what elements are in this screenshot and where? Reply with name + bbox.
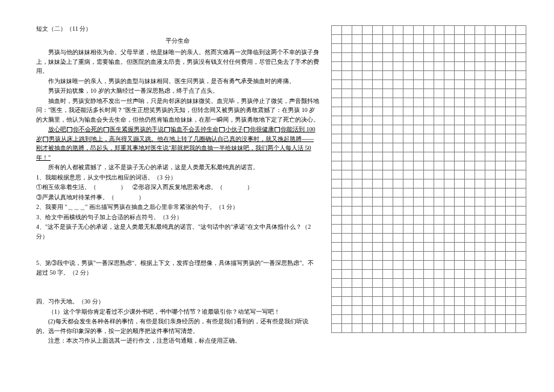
writing-cell[interactable]	[424, 125, 434, 134]
writing-cell[interactable]	[506, 270, 516, 279]
writing-cell[interactable]	[332, 234, 342, 243]
writing-cell[interactable]	[332, 261, 342, 270]
writing-cell[interactable]	[342, 80, 352, 89]
writing-cell[interactable]	[465, 216, 475, 225]
writing-cell[interactable]	[403, 216, 414, 225]
writing-cell[interactable]	[352, 306, 363, 315]
writing-cell[interactable]	[434, 35, 444, 44]
writing-cell[interactable]	[414, 98, 424, 107]
writing-cell[interactable]	[393, 152, 403, 161]
writing-cell[interactable]	[444, 98, 455, 107]
writing-cell[interactable]	[363, 98, 373, 107]
writing-cell[interactable]	[403, 71, 414, 80]
writing-cell[interactable]	[455, 252, 465, 261]
writing-cell[interactable]	[496, 35, 506, 44]
writing-cell[interactable]	[332, 324, 342, 333]
writing-cell[interactable]	[496, 107, 506, 116]
writing-cell[interactable]	[352, 261, 363, 270]
writing-cell[interactable]	[363, 279, 373, 288]
writing-cell[interactable]	[342, 26, 352, 35]
writing-cell[interactable]	[434, 243, 444, 252]
writing-cell[interactable]	[424, 324, 434, 333]
writing-cell[interactable]	[485, 288, 496, 297]
writing-cell[interactable]	[465, 252, 475, 261]
writing-cell[interactable]	[424, 306, 434, 315]
writing-cell[interactable]	[485, 207, 496, 216]
writing-cell[interactable]	[455, 279, 465, 288]
writing-cell[interactable]	[424, 179, 434, 188]
writing-cell[interactable]	[465, 315, 475, 324]
writing-cell[interactable]	[506, 188, 516, 198]
writing-cell[interactable]	[383, 26, 393, 35]
writing-cell[interactable]	[342, 179, 352, 188]
writing-cell[interactable]	[444, 35, 455, 44]
writing-cell[interactable]	[403, 26, 414, 35]
writing-cell[interactable]	[434, 198, 444, 207]
writing-cell[interactable]	[352, 270, 363, 279]
writing-cell[interactable]	[455, 98, 465, 107]
writing-cell[interactable]	[363, 80, 373, 89]
writing-cell[interactable]	[383, 35, 393, 44]
writing-cell[interactable]	[383, 188, 393, 198]
writing-cell[interactable]	[373, 225, 383, 234]
writing-cell[interactable]	[475, 198, 485, 207]
writing-cell[interactable]	[496, 62, 506, 71]
writing-cell[interactable]	[465, 35, 475, 44]
writing-cell[interactable]	[403, 306, 414, 315]
writing-cell[interactable]	[352, 225, 363, 234]
writing-cell[interactable]	[424, 279, 434, 288]
writing-cell[interactable]	[424, 261, 434, 270]
writing-cell[interactable]	[393, 44, 403, 53]
writing-cell[interactable]	[506, 315, 516, 324]
writing-cell[interactable]	[506, 279, 516, 288]
writing-cell[interactable]	[342, 125, 352, 134]
writing-cell[interactable]	[352, 216, 363, 225]
writing-cell[interactable]	[455, 143, 465, 152]
writing-cell[interactable]	[465, 225, 475, 234]
writing-cell[interactable]	[485, 71, 496, 80]
writing-cell[interactable]	[424, 252, 434, 261]
writing-cell[interactable]	[383, 98, 393, 107]
writing-cell[interactable]	[414, 270, 424, 279]
writing-cell[interactable]	[424, 26, 434, 35]
writing-cell[interactable]	[363, 288, 373, 297]
writing-cell[interactable]	[465, 306, 475, 315]
writing-cell[interactable]	[383, 270, 393, 279]
writing-cell[interactable]	[373, 297, 383, 306]
writing-cell[interactable]	[465, 71, 475, 80]
writing-cell[interactable]	[414, 252, 424, 261]
writing-cell[interactable]	[414, 35, 424, 44]
writing-cell[interactable]	[342, 207, 352, 216]
writing-cell[interactable]	[403, 152, 414, 161]
writing-cell[interactable]	[444, 324, 455, 333]
writing-cell[interactable]	[363, 62, 373, 71]
writing-cell[interactable]	[403, 315, 414, 324]
writing-cell[interactable]	[383, 71, 393, 80]
writing-cell[interactable]	[506, 116, 516, 125]
writing-cell[interactable]	[496, 207, 506, 216]
writing-cell[interactable]	[516, 152, 526, 161]
writing-cell[interactable]	[485, 306, 496, 315]
writing-cell[interactable]	[403, 116, 414, 125]
writing-cell[interactable]	[444, 44, 455, 53]
writing-cell[interactable]	[485, 26, 496, 35]
writing-cell[interactable]	[455, 297, 465, 306]
writing-cell[interactable]	[444, 62, 455, 71]
writing-cell[interactable]	[475, 270, 485, 279]
writing-cell[interactable]	[342, 89, 352, 98]
writing-cell[interactable]	[403, 243, 414, 252]
writing-cell[interactable]	[485, 279, 496, 288]
writing-cell[interactable]	[403, 107, 414, 116]
writing-cell[interactable]	[414, 80, 424, 89]
writing-cell[interactable]	[373, 279, 383, 288]
writing-cell[interactable]	[393, 315, 403, 324]
writing-cell[interactable]	[496, 116, 506, 125]
writing-cell[interactable]	[352, 170, 363, 179]
writing-cell[interactable]	[332, 297, 342, 306]
writing-cell[interactable]	[373, 261, 383, 270]
writing-cell[interactable]	[516, 134, 526, 143]
writing-cell[interactable]	[352, 80, 363, 89]
writing-cell[interactable]	[393, 134, 403, 143]
writing-cell[interactable]	[434, 143, 444, 152]
writing-cell[interactable]	[403, 134, 414, 143]
